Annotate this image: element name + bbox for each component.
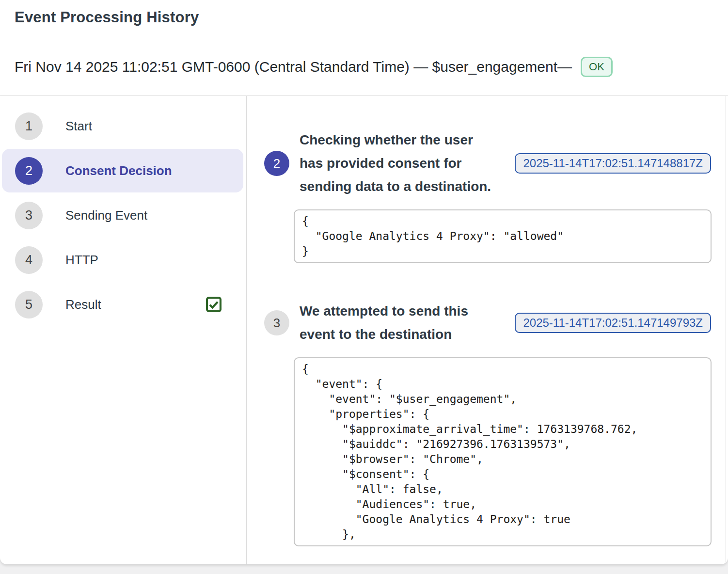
event-step-section-2: 2 Checking whether the user has provided… (264, 128, 726, 263)
section-head: 2 Checking whether the user has provided… (264, 128, 726, 198)
step-number-circle: 2 (264, 151, 289, 176)
step-number-circle: 3 (264, 310, 289, 335)
sidebar-item-label: Result (65, 297, 101, 312)
steps-sidebar: 1 Start 2 Consent Decision 3 Sending Eve… (0, 96, 247, 564)
event-summary-text: Fri Nov 14 2025 11:02:51 GMT-0600 (Centr… (15, 59, 572, 75)
event-detail-panel: 2 Checking whether the user has provided… (247, 96, 726, 564)
event-summary-row: Fri Nov 14 2025 11:02:51 GMT-0600 (Centr… (15, 57, 728, 77)
event-step-section-3: 3 We attempted to send this event to the… (264, 300, 726, 546)
sidebar-item-start[interactable]: 1 Start (2, 104, 243, 148)
step-number-circle: 4 (15, 246, 43, 274)
sidebar-item-sending-event[interactable]: 3 Sending Event (2, 193, 243, 237)
step-number-circle: 5 (15, 291, 43, 319)
status-badge: OK (581, 57, 613, 77)
sidebar-item-consent-decision[interactable]: 2 Consent Decision (2, 149, 243, 192)
page-header: Event Processing History Fri Nov 14 2025… (0, 0, 728, 96)
page-title: Event Processing History (15, 8, 728, 27)
step-number-circle: 1 (15, 112, 43, 140)
sidebar-item-label: Sending Event (65, 208, 147, 223)
sidebar-item-label: Start (65, 119, 92, 134)
checked-checkbox-icon (205, 295, 223, 314)
sidebar-item-label: Consent Decision (65, 163, 172, 178)
code-block: { "event": { "event": "$user_engagement"… (294, 357, 712, 546)
event-history-card: 1 Start 2 Consent Decision 3 Sending Eve… (0, 96, 728, 564)
sidebar-item-result[interactable]: 5 Result (2, 283, 243, 326)
timestamp-badge: 2025-11-14T17:02:51.147149793Z (515, 313, 711, 333)
sidebar-item-label: HTTP (65, 253, 98, 268)
step-number-circle: 3 (15, 202, 43, 229)
sidebar-item-http[interactable]: 4 HTTP (2, 238, 243, 282)
code-block: { "Google Analytics 4 Proxy": "allowed" … (294, 209, 712, 263)
section-heading: Checking whether the user has provided c… (300, 128, 493, 198)
section-heading: We attempted to send this event to the d… (300, 300, 493, 346)
section-head: 3 We attempted to send this event to the… (264, 300, 726, 346)
timestamp-badge: 2025-11-14T17:02:51.147148817Z (515, 153, 711, 174)
step-number-circle: 2 (15, 157, 43, 185)
